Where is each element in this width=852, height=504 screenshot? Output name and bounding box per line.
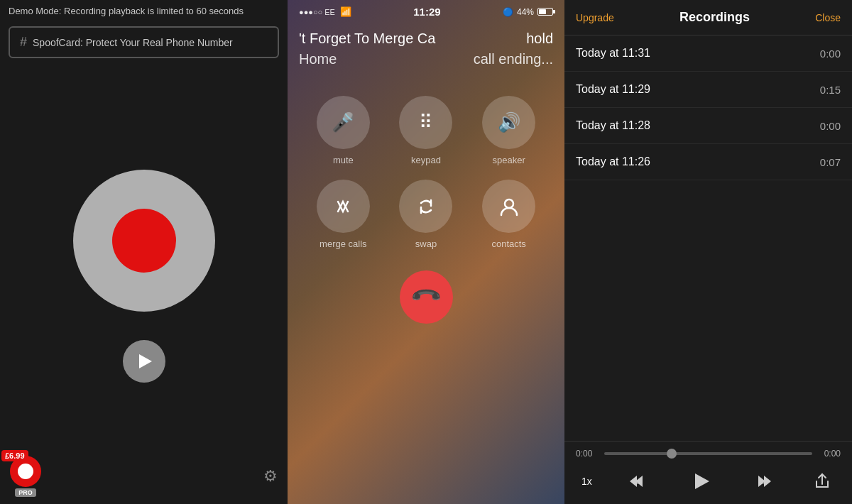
battery-fill: [539, 9, 546, 14]
recordings-title: Recordings: [679, 10, 750, 25]
swap-button[interactable]: swap: [392, 180, 461, 249]
call-bottom-right: call ending...: [474, 51, 553, 67]
speed-button[interactable]: 1x: [581, 476, 592, 487]
share-icon: [814, 473, 831, 490]
call-top-left: 't Forget To Merge Ca: [299, 31, 435, 47]
end-time: 0:00: [818, 449, 841, 459]
recordings-list: Today at 11:31 0:00 Today at 11:29 0:15 …: [564, 35, 852, 441]
keypad-button[interactable]: ⠿ keypad: [392, 96, 461, 165]
progress-track[interactable]: [604, 452, 812, 455]
call-info: 't Forget To Merge Ca hold Home call end…: [288, 23, 564, 75]
battery-tip: [553, 10, 555, 13]
progress-thumb[interactable]: [667, 449, 677, 459]
spoof-card-text: SpoofCard: Protect Your Real Phone Numbe…: [33, 37, 233, 48]
close-button[interactable]: Close: [815, 12, 841, 23]
recording-timestamp: Today at 11:28: [576, 119, 650, 132]
battery-pct: 44%: [517, 7, 534, 17]
forward-button[interactable]: 15: [750, 469, 775, 494]
merge-icon: [332, 196, 354, 217]
mute-label: mute: [333, 155, 354, 165]
hash-icon: #: [20, 35, 27, 50]
right-panel: Upgrade Recordings Close Today at 11:31 …: [564, 0, 852, 504]
rewind-icon: 15: [628, 471, 648, 491]
mute-icon: 🎤: [332, 111, 354, 133]
speaker-button[interactable]: 🔊 speaker: [474, 96, 543, 165]
call-top-row: 't Forget To Merge Ca hold: [299, 31, 553, 47]
svg-point-0: [505, 199, 513, 208]
gear-icon[interactable]: ⚙: [263, 467, 278, 486]
status-time: 11:29: [413, 6, 440, 18]
end-call-button[interactable]: 📞: [400, 270, 453, 324]
swap-label: swap: [415, 239, 437, 249]
recordings-header: Upgrade Recordings Close: [564, 0, 852, 35]
end-call-area: 📞: [288, 270, 564, 324]
record-outer-circle[interactable]: [73, 170, 215, 312]
speaker-circle: 🔊: [482, 96, 535, 149]
contacts-circle: [482, 180, 535, 233]
recording-item[interactable]: Today at 11:26 0:07: [564, 144, 852, 180]
demo-banner: Demo Mode: Recording playback is limited…: [0, 0, 288, 22]
bluetooth-icon: 🔵: [503, 7, 513, 17]
keypad-circle: ⠿: [399, 96, 452, 149]
keypad-icon: ⠿: [419, 111, 433, 133]
carrier-info: ●●●○○ EE 📶: [299, 6, 351, 17]
play-button[interactable]: [123, 340, 165, 383]
current-time: 0:00: [576, 449, 599, 459]
price-badge[interactable]: £6.99 PRO: [10, 456, 41, 497]
merge-circle: [317, 180, 370, 233]
mute-circle: 🎤: [317, 96, 370, 149]
speaker-label: speaker: [493, 155, 525, 165]
recording-item[interactable]: Today at 11:28 0:00: [564, 108, 852, 144]
contacts-icon: [498, 195, 520, 218]
price-dot: [18, 464, 33, 479]
end-call-icon: 📞: [409, 280, 443, 314]
call-top-right: hold: [526, 31, 553, 47]
call-bottom-row: Home call ending...: [299, 51, 553, 67]
recording-timestamp: Today at 11:26: [576, 155, 650, 168]
contacts-button[interactable]: contacts: [474, 180, 543, 249]
speaker-icon: 🔊: [498, 111, 520, 133]
share-button[interactable]: [809, 469, 835, 494]
call-bottom-left: Home: [299, 51, 337, 67]
recording-duration: 0:00: [820, 120, 841, 132]
recording-duration: 0:15: [820, 84, 841, 96]
rewind-button[interactable]: 15: [626, 469, 651, 494]
playback-bar: 0:00 0:00 1x 15 15: [564, 441, 852, 504]
recording-duration: 0:07: [820, 156, 841, 168]
contacts-label: contacts: [491, 239, 525, 249]
play-icon: [139, 354, 152, 368]
pro-badge: PRO: [15, 488, 36, 497]
forward-icon: 15: [753, 471, 772, 491]
merge-calls-button[interactable]: merge calls: [309, 180, 378, 249]
status-bar: ●●●○○ EE 📶 11:29 🔵 44%: [288, 0, 564, 23]
left-panel: Demo Mode: Recording playback is limited…: [0, 0, 288, 504]
recording-timestamp: Today at 11:29: [576, 83, 650, 96]
battery-icon: [537, 8, 553, 16]
call-buttons-grid: 🎤 mute ⠿ keypad 🔊 speaker: [288, 75, 564, 263]
record-button[interactable]: [112, 209, 176, 273]
price-tag: £6.99: [1, 450, 28, 461]
recording-item[interactable]: Today at 11:31 0:00: [564, 35, 852, 72]
mute-button[interactable]: 🎤 mute: [309, 96, 378, 165]
merge-calls-label: merge calls: [320, 239, 366, 249]
play-icon: [695, 473, 709, 489]
recording-duration: 0:00: [820, 48, 841, 60]
recording-timestamp: Today at 11:31: [576, 47, 650, 60]
swap-icon: [414, 195, 438, 219]
wifi-icon: 📶: [340, 6, 351, 17]
status-right: 🔵 44%: [503, 7, 553, 17]
recording-item[interactable]: Today at 11:29 0:15: [564, 72, 852, 108]
swap-circle: [399, 180, 452, 233]
svg-text:15: 15: [635, 480, 641, 485]
progress-row: 0:00 0:00: [576, 449, 841, 459]
keypad-label: keypad: [411, 155, 441, 165]
phone-screen: ●●●○○ EE 📶 11:29 🔵 44% 't Forget To Merg…: [288, 0, 564, 504]
playback-play-button[interactable]: [685, 466, 716, 497]
spoof-card[interactable]: # SpoofCard: Protect Your Real Phone Num…: [9, 26, 279, 58]
bottom-bar: £6.99 PRO ⚙: [0, 449, 288, 504]
upgrade-button[interactable]: Upgrade: [576, 12, 614, 23]
carrier-dots: ●●●○○ EE: [299, 8, 335, 16]
svg-text:15: 15: [760, 480, 766, 485]
playback-controls: 1x 15 15: [576, 466, 841, 497]
record-area: [0, 62, 288, 504]
